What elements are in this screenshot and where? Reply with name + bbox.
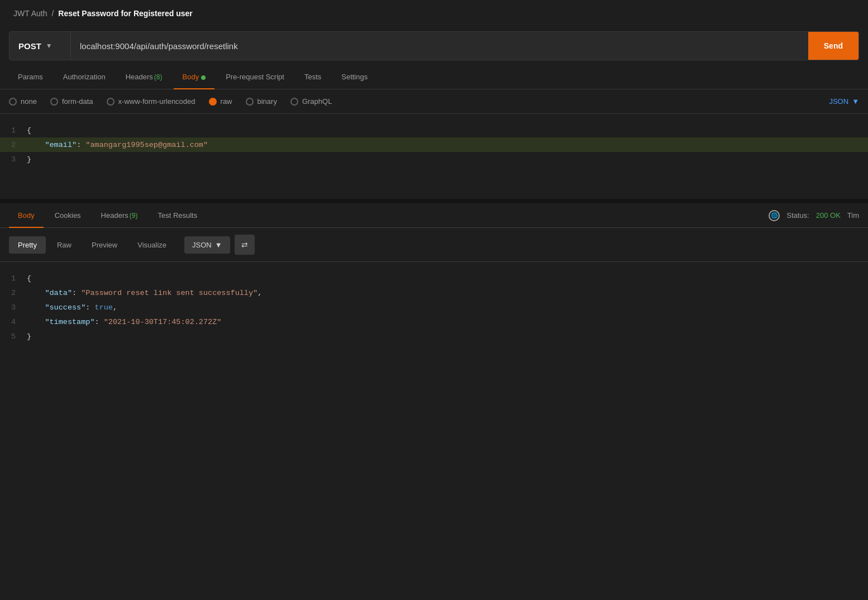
response-json-dropdown[interactable]: JSON ▼: [184, 236, 230, 254]
json-format-dropdown[interactable]: JSON ▼: [829, 97, 859, 106]
response-tab-cookies[interactable]: Cookies: [46, 203, 90, 227]
code-line-2: 2 "email": "amangarg1995sep@gmail.com": [0, 137, 868, 152]
response-tab-test-results[interactable]: Test Results: [149, 203, 206, 227]
format-preview-button[interactable]: Preview: [83, 236, 126, 254]
format-raw-button[interactable]: Raw: [48, 236, 80, 254]
body-type-graphql[interactable]: GraphQL: [290, 97, 332, 106]
response-section: Body Cookies Headers(9) Test Results 🌐 S…: [0, 203, 868, 385]
method-selector[interactable]: POST ▼: [9, 32, 71, 60]
response-line-1: 1 {: [0, 271, 868, 285]
method-label: POST: [18, 41, 41, 51]
response-line-2: 2 "data": "Password reset link sent succ…: [0, 285, 868, 300]
body-type-form-data[interactable]: form-data: [50, 97, 93, 106]
radio-urlencoded: [107, 98, 115, 106]
tab-headers[interactable]: Headers(8): [117, 65, 171, 89]
radio-graphql: [290, 98, 298, 106]
tab-tests[interactable]: Tests: [295, 65, 330, 89]
wrap-button[interactable]: ⇄: [235, 235, 255, 255]
response-line-3: 3 "success": true,: [0, 300, 868, 315]
response-tab-headers[interactable]: Headers(9): [92, 203, 147, 227]
breadcrumb-current: Reset Password for Registered user: [58, 9, 192, 18]
headers-badge: (8): [154, 73, 163, 81]
response-status: 🌐 Status: 200 OK Tim: [769, 210, 859, 221]
response-tab-body[interactable]: Body: [9, 203, 44, 227]
response-tabs-bar: Body Cookies Headers(9) Test Results 🌐 S…: [0, 203, 868, 228]
wrap-icon: ⇄: [241, 240, 248, 249]
breadcrumb: JWT Auth / Reset Password for Registered…: [0, 0, 868, 27]
request-body-editor[interactable]: 1 { 2 "email": "amangarg1995sep@gmail.co…: [0, 114, 868, 203]
code-line-3: 3 }: [0, 152, 868, 166]
radio-raw: [209, 98, 217, 106]
code-line-1: 1 {: [0, 123, 868, 137]
tab-prerequest[interactable]: Pre-request Script: [217, 65, 293, 89]
format-bar: Pretty Raw Preview Visualize JSON ▼ ⇄: [0, 228, 868, 262]
body-dot: [201, 75, 206, 80]
radio-none: [9, 98, 17, 106]
radio-form-data: [50, 98, 58, 106]
chevron-json-icon: ▼: [852, 97, 859, 106]
chevron-response-json-icon: ▼: [215, 241, 222, 249]
status-value: 200 OK: [816, 211, 841, 220]
breadcrumb-parent[interactable]: JWT Auth: [13, 9, 47, 18]
body-type-none[interactable]: none: [9, 97, 37, 106]
radio-binary: [246, 98, 254, 106]
send-button[interactable]: Send: [808, 32, 859, 60]
request-tabs-bar: Params Authorization Headers(8) Body Pre…: [0, 65, 868, 89]
url-bar: POST ▼ Send: [9, 31, 859, 60]
tab-body[interactable]: Body: [174, 65, 215, 89]
tab-authorization[interactable]: Authorization: [54, 65, 115, 89]
body-type-raw[interactable]: raw: [209, 97, 232, 106]
response-body-editor: 1 { 2 "data": "Password reset link sent …: [0, 262, 868, 385]
body-type-urlencoded[interactable]: x-www-form-urlencoded: [107, 97, 195, 106]
time-label: Tim: [847, 211, 859, 220]
breadcrumb-separator: /: [51, 9, 54, 18]
url-input[interactable]: [71, 32, 808, 60]
tab-settings[interactable]: Settings: [332, 65, 376, 89]
response-headers-badge: (9): [130, 212, 138, 220]
response-line-5: 5 }: [0, 329, 868, 344]
response-line-4: 4 "timestamp": "2021-10-30T17:45:02.272Z…: [0, 315, 868, 329]
tab-params[interactable]: Params: [9, 65, 52, 89]
format-visualize-button[interactable]: Visualize: [128, 236, 175, 254]
body-type-bar: none form-data x-www-form-urlencoded raw…: [0, 89, 868, 114]
chevron-down-icon: ▼: [46, 42, 53, 50]
status-label: Status:: [786, 211, 809, 220]
globe-icon: 🌐: [769, 210, 780, 221]
format-pretty-button[interactable]: Pretty: [9, 236, 46, 254]
body-type-binary[interactable]: binary: [246, 97, 277, 106]
